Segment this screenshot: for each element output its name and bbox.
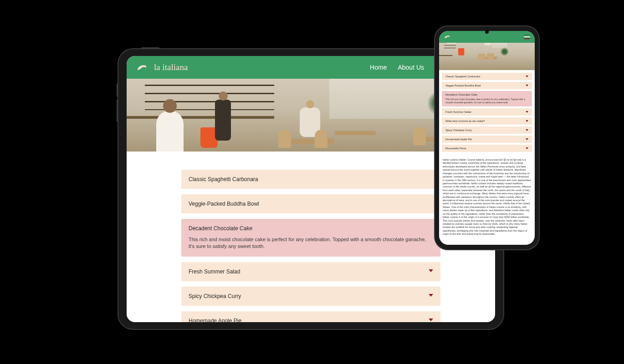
about-paragraph: Italian cuisine (Italian: Cucina italian… bbox=[439, 157, 535, 241]
nav-about[interactable]: About Us bbox=[398, 64, 424, 71]
nav-home[interactable]: Home bbox=[370, 64, 387, 71]
menu-item-title: Spicy Chickpea Curry bbox=[189, 293, 433, 299]
menu-item-description: This rich and moist chocolate cake is pe… bbox=[445, 98, 528, 104]
menu-list: Classic Spaghetti CarbonaraVeggie-Packed… bbox=[439, 70, 535, 157]
menu-item[interactable]: Decadent Chocolate CakeThis rich and moi… bbox=[181, 219, 440, 257]
menu-item[interactable]: Veggie-Packed Buddha Bowl bbox=[442, 82, 532, 89]
tablet-button bbox=[141, 47, 159, 49]
menu-item-title: Mozzarella Pizza bbox=[445, 147, 528, 150]
chevron-down-icon bbox=[526, 147, 528, 149]
menu-item[interactable]: Decadent Chocolate CakeThis rich and moi… bbox=[442, 91, 532, 106]
menu-item-title: Homemade Apple Pie bbox=[189, 318, 433, 322]
menu-item-title: Classic Spaghetti Carbonara bbox=[189, 176, 433, 182]
chevron-down-icon bbox=[429, 294, 433, 297]
menu-item[interactable]: Spicy Chickpea Curry bbox=[181, 287, 440, 306]
chevron-down-icon bbox=[526, 76, 528, 77]
phone-device-frame: Classic Spaghetti CarbonaraVeggie-Packed… bbox=[435, 26, 539, 249]
chevron-down-icon bbox=[429, 269, 433, 272]
menu-item-description: This rich and moist chocolate cake is pe… bbox=[189, 236, 433, 250]
menu-item-title: Veggie-Packed Buddha Bowl bbox=[445, 84, 528, 87]
menu-item[interactable]: Fresh Summer Salad bbox=[442, 108, 532, 116]
menu-item[interactable]: Spicy Chickpea Curry bbox=[442, 126, 532, 134]
menu-item-title: Fresh Summer Salad bbox=[445, 111, 528, 113]
menu-item-title: Veggie-Packed Buddha Bowl bbox=[189, 201, 433, 207]
menu-item[interactable]: Fresh Summer Salad bbox=[181, 262, 440, 281]
menu-item[interactable]: Classic Spaghetti Carbonara bbox=[181, 170, 440, 189]
brand-logo-icon bbox=[136, 63, 148, 72]
menu-item[interactable]: Homemade Apple Pie bbox=[181, 311, 440, 322]
brand-group[interactable]: la italiana bbox=[136, 62, 188, 72]
chevron-down-icon bbox=[526, 129, 528, 131]
menu-item-title: Decadent Chocolate Cake bbox=[445, 93, 528, 96]
menu-item-title: Homemade Apple Pie bbox=[445, 138, 528, 141]
brand-logo-icon bbox=[444, 34, 451, 40]
menu-item[interactable]: Homemade Apple Pie bbox=[442, 136, 532, 143]
phone-camera bbox=[485, 30, 489, 34]
menu-item[interactable]: Classic Spaghetti Carbonara bbox=[442, 73, 532, 80]
tablet-button bbox=[117, 99, 118, 122]
tablet-button bbox=[117, 83, 118, 97]
phone-screen: Classic Spaghetti CarbonaraVeggie-Packed… bbox=[439, 31, 535, 245]
chevron-down-icon bbox=[429, 318, 433, 321]
menu-item[interactable]: Mozzarella Pizza bbox=[442, 145, 532, 152]
menu-item[interactable]: Veggie-Packed Buddha Bowl bbox=[181, 194, 440, 213]
chevron-down-icon bbox=[526, 111, 528, 113]
hero-image bbox=[439, 43, 535, 70]
hamburger-menu-icon[interactable] bbox=[524, 35, 530, 39]
brand-name: la italiana bbox=[154, 62, 188, 72]
menu-item-title: What kind of pizza do we make? bbox=[445, 120, 528, 122]
menu-item-title: Classic Spaghetti Carbonara bbox=[445, 75, 528, 78]
menu-item-title: Spicy Chickpea Curry bbox=[445, 129, 528, 131]
menu-item-title: Fresh Summer Salad bbox=[189, 268, 433, 275]
chevron-down-icon bbox=[526, 85, 528, 86]
menu-item-title: Decadent Chocolate Cake bbox=[189, 225, 433, 232]
menu-item[interactable]: What kind of pizza do we make? bbox=[442, 117, 532, 125]
chevron-down-icon bbox=[526, 120, 528, 122]
chevron-down-icon bbox=[526, 138, 528, 140]
brand-group[interactable] bbox=[444, 34, 451, 40]
